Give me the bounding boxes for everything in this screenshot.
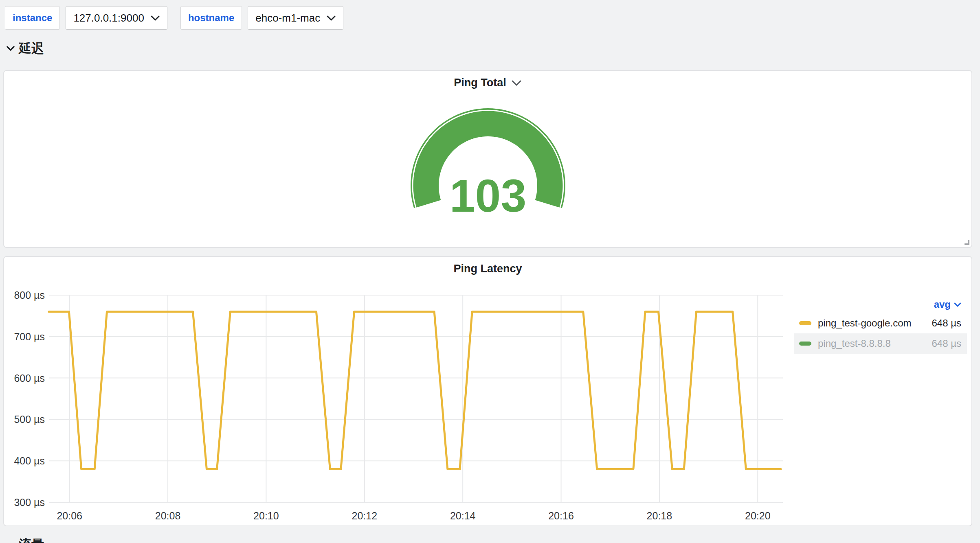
gauge-chart: 103 [4, 71, 971, 247]
row-header-title: 流量 [19, 537, 44, 543]
x-axis-tick-label: 20:14 [450, 510, 476, 521]
legend-sort-label: avg [934, 299, 951, 310]
panel-resize-handle[interactable] [963, 239, 969, 245]
series-color-swatch[interactable] [799, 342, 811, 346]
variable-label-instance: instance [5, 6, 60, 30]
legend-row[interactable]: ping_test-google.com648 µs [794, 313, 967, 333]
variable-value-text: ehco-m1-mac [255, 12, 320, 24]
x-axis-tick-label: 20:08 [155, 510, 181, 521]
panel-title-text: Ping Latency [453, 263, 522, 275]
chevron-down-icon [7, 46, 15, 51]
legend-row[interactable]: ping_test-8.8.8.8648 µs [794, 333, 967, 354]
x-axis-tick-label: 20:18 [647, 510, 672, 521]
y-axis-tick-label: 600 µs [14, 372, 45, 384]
variable-value-text: 127.0.0.1:9000 [73, 12, 144, 24]
row-header-latency[interactable]: 延迟 [7, 40, 44, 57]
legend-rows: ping_test-google.com648 µsping_test-8.8.… [794, 313, 967, 354]
variable-label-hostname: hostname [180, 6, 242, 30]
legend-sort-header[interactable]: avg [794, 296, 967, 313]
latency-legend: avg ping_test-google.com648 µsping_test-… [794, 296, 967, 354]
variable-select-hostname[interactable]: ehco-m1-mac [248, 6, 343, 30]
y-axis-tick-label: 700 µs [14, 331, 45, 342]
latency-line-chart: 800 µs700 µs600 µs500 µs400 µs300 µs20:0… [4, 257, 794, 525]
row-header-title: 延迟 [19, 40, 44, 57]
x-axis-tick-label: 20:20 [745, 510, 771, 521]
x-axis-tick-label: 20:12 [352, 510, 378, 521]
variable-label-text: instance [13, 12, 52, 24]
y-axis-tick-label: 400 µs [14, 455, 45, 466]
variable-label-text: hostname [188, 12, 234, 24]
panel-ping-total: Ping Total 103 [3, 70, 972, 248]
chevron-down-icon [151, 15, 160, 21]
x-axis-tick-label: 20:06 [57, 510, 82, 521]
panel-title-ping-latency[interactable]: Ping Latency [4, 263, 971, 275]
x-axis-tick-label: 20:16 [548, 510, 574, 521]
series-line[interactable] [49, 312, 781, 469]
series-name[interactable]: ping_test-8.8.8.8 [818, 338, 891, 349]
variables-toolbar: instance 127.0.0.1:9000 hostname ehco-m1… [5, 6, 343, 30]
chevron-down-icon [954, 302, 961, 307]
x-axis-tick-label: 20:10 [253, 510, 279, 521]
series-avg-value: 648 µs [932, 338, 961, 349]
series-color-swatch[interactable] [799, 321, 811, 325]
series-name[interactable]: ping_test-google.com [818, 317, 911, 329]
y-axis-tick-label: 500 µs [14, 414, 45, 425]
panel-title-text: Ping Total [454, 77, 506, 89]
chevron-down-icon [327, 15, 336, 21]
series-avg-value: 648 µs [932, 317, 961, 329]
variable-select-instance[interactable]: 127.0.0.1:9000 [66, 6, 167, 30]
y-axis-tick-label: 300 µs [14, 497, 45, 508]
gauge-value-text: 103 [450, 170, 527, 221]
row-header-traffic[interactable]: 流量 [19, 536, 44, 543]
panel-ping-latency: Ping Latency 800 µs700 µs600 µs500 µs400… [3, 256, 972, 526]
panel-menu-chevron-icon[interactable] [511, 80, 522, 86]
panel-title-ping-total[interactable]: Ping Total [4, 77, 971, 89]
y-axis-tick-label: 800 µs [14, 289, 45, 301]
